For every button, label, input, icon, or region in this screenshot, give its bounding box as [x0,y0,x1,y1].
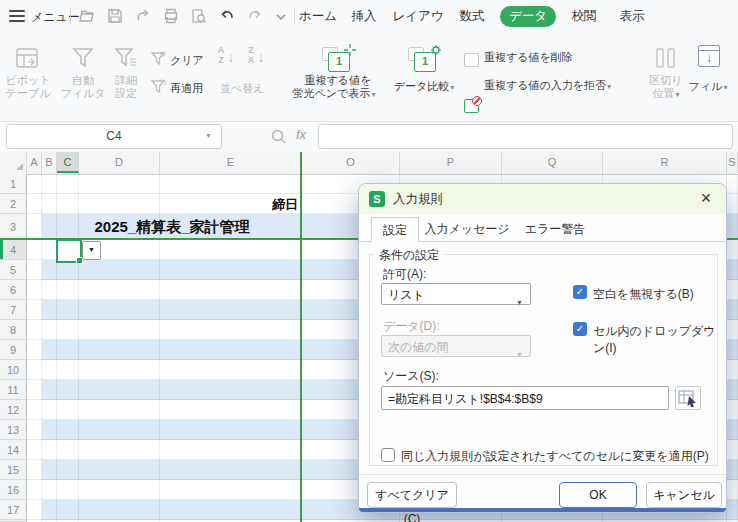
column-header-S[interactable]: S [727,152,738,173]
ok-button[interactable]: OK [559,482,637,508]
hamburger-menu-icon[interactable] [9,10,25,22]
dialog-title: 入力規則 [393,191,443,208]
column-header-B[interactable]: B [42,152,57,173]
print-icon[interactable] [162,7,180,25]
data-validation-dialog: S 入力規則 × 設定 入力メッセージ エラー警告 条件の設定 許可(A): リ… [358,183,727,513]
fill-down-icon: ↓ [698,45,720,67]
reject-duplicates-button[interactable]: 重複する値の入力を拒否▾ [0,50,738,68]
column-header-Q[interactable]: Q [502,152,603,173]
tab-home[interactable]: ホーム [296,6,340,27]
row-header-6[interactable]: 6 [0,280,27,300]
range-picker-icon [676,387,700,409]
formula-input[interactable] [318,124,733,149]
row-header-2[interactable]: 2 [0,194,27,214]
divider [359,474,726,475]
condition-group-label: 条件の設定 [373,247,445,264]
caret-down-icon: ▾ [723,83,727,92]
name-box[interactable]: C4 [6,124,222,149]
undo-icon[interactable] [218,7,236,25]
reject-duplicates-icon [464,99,479,113]
clear-all-button[interactable]: すべてクリア(C) [367,482,457,508]
clear-filter-icon [150,50,168,68]
row-header-1[interactable]: 1 [0,174,27,194]
freeze-pane-vline [300,152,302,522]
data-select: 次の値の間▼ [381,335,531,357]
row-header-8[interactable]: 8 [0,320,27,340]
row-header-17[interactable]: 17 [0,500,27,520]
row-header-3[interactable]: 3 [0,214,27,240]
select-all-corner[interactable]: ◢ [0,152,27,173]
apply-all-checkbox[interactable] [381,448,395,462]
sparkle-icon [344,44,356,56]
row-header-9[interactable]: 9 [0,340,27,360]
column-header-C[interactable]: C [57,152,79,173]
row-header-5[interactable]: 5 [0,260,27,280]
column-header-R[interactable]: R [603,152,727,173]
divider [294,7,295,25]
column-header-row: ◢ ABCDEOPQRS [0,152,738,175]
wps-spreadsheet-logo-icon: S [369,191,385,207]
tab-data[interactable]: データ [500,6,556,27]
open-file-icon[interactable] [78,7,96,25]
caret-down-icon: ▾ [450,83,454,92]
source-label: ソース(S): [383,368,439,385]
allow-label: 許可(A): [383,266,426,283]
cell-closing-date[interactable]: 締日 [160,195,298,214]
selected-cell-c4[interactable] [56,239,82,263]
wps-spreadsheet-window: メニュー ホーム 挿入 レイアウト 数式 データ 校閲 表示 ピボット テーブル… [0,0,738,522]
pivot-table-icon [14,46,42,72]
print-preview-icon[interactable] [190,7,208,25]
tab-formulas[interactable]: 数式 [452,6,492,27]
dialog-tab-settings[interactable]: 設定 [371,217,419,242]
row-header-10[interactable]: 10 [0,360,27,380]
menu-button[interactable]: メニュー [31,9,80,26]
cell-sheet-title[interactable]: 2025_精算表_家計管理 [42,215,302,239]
column-header-D[interactable]: D [79,152,160,173]
combo-arrow-icon: ▼ [516,344,523,366]
filter-icon [70,45,96,71]
redo-icon[interactable] [246,7,264,25]
gridline [27,519,738,520]
ignore-blank-checkbox[interactable]: ✓ [573,285,587,299]
export-icon[interactable] [134,7,152,25]
incell-dropdown-checkbox[interactable]: ✓ [573,322,587,336]
ignore-blank-label: 空白を無視する(B) [593,286,694,303]
corner-triangle-icon: ◢ [16,161,23,171]
tab-layout[interactable]: レイアウト [388,6,448,27]
fx-icon[interactable]: fx [296,127,306,142]
row-header-11[interactable]: 11 [0,380,27,400]
cancel-button[interactable]: キャンセル [646,482,722,508]
tab-insert[interactable]: 挿入 [344,6,384,27]
search-icon[interactable] [270,128,287,145]
column-header-A[interactable]: A [27,152,42,173]
chevron-down-icon[interactable] [274,7,288,25]
dialog-tab-input-message[interactable]: 入力メッセージ [419,217,515,242]
caret-down-icon: ▾ [371,90,375,99]
caret-down-icon: ▾ [675,90,679,99]
reapply-filter-icon [150,78,168,96]
row-header-14[interactable]: 14 [0,440,27,460]
row-header-16[interactable]: 16 [0,480,27,500]
row-header-13[interactable]: 13 [0,420,27,440]
combo-arrow-icon: ▼ [516,292,523,314]
allow-select[interactable]: リスト▼ [381,283,531,305]
source-input[interactable]: =勘定科目リスト!$B$4:$B$9 [381,386,669,410]
row-header-7[interactable]: 7 [0,300,27,320]
cell-dropdown-button[interactable]: ▼ [82,241,101,260]
dialog-titlebar[interactable]: S 入力規則 × [359,184,726,214]
column-header-E[interactable]: E [160,152,302,173]
range-picker-button[interactable] [675,386,701,410]
close-icon[interactable]: × [696,188,716,209]
column-header-O[interactable]: O [302,152,400,173]
remove-duplicates-button[interactable]: 重複する値を削除 [0,32,738,50]
tab-review[interactable]: 校閲 [564,6,604,27]
save-icon[interactable] [106,7,124,25]
divider [70,7,71,25]
row-header-12[interactable]: 12 [0,400,27,420]
dialog-tab-error-alert[interactable]: エラー警告 [515,217,595,242]
filter-settings-icon [113,45,139,71]
row-header-15[interactable]: 15 [0,460,27,480]
tab-view[interactable]: 表示 [612,6,652,27]
row-header-4[interactable]: 4 [0,240,27,260]
column-header-P[interactable]: P [400,152,502,173]
